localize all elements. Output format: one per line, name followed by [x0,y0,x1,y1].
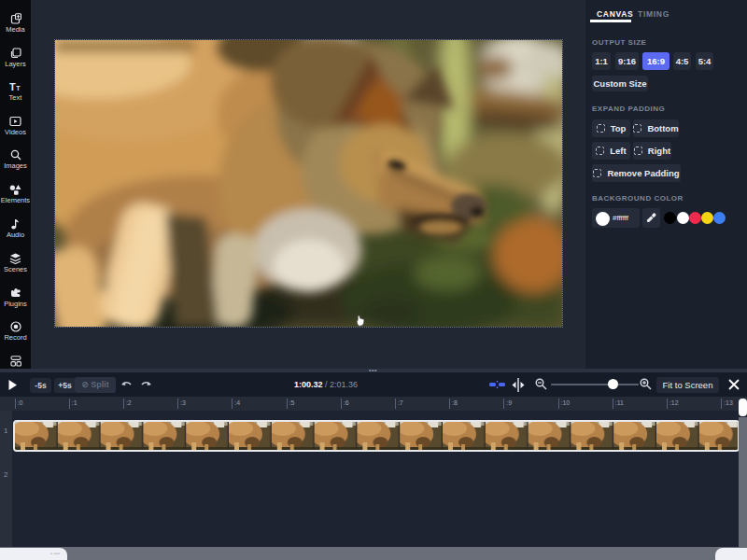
svg-text:T: T [16,85,21,91]
svg-text:T: T [9,81,16,92]
